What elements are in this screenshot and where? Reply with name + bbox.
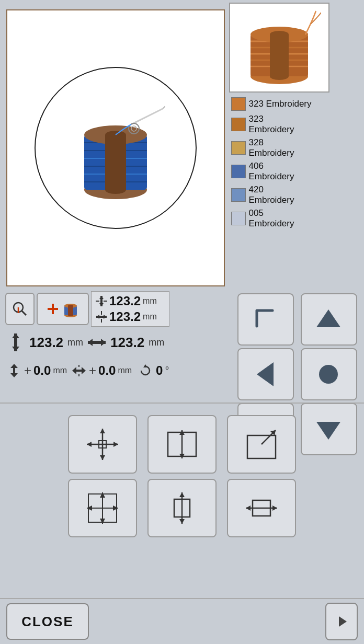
svg-marker-57 (101, 339, 106, 346)
y-pos-icon (6, 333, 25, 352)
thread-item-3[interactable]: 328Embroidery (229, 136, 364, 159)
pos-vcenter-button[interactable] (147, 479, 217, 537)
svg-marker-56 (88, 339, 93, 346)
thread-item-5[interactable]: 420Embroidery (229, 183, 364, 206)
svg-marker-71 (87, 442, 92, 447)
svg-marker-48 (96, 315, 99, 319)
thread-label-1: 323 Embroidery (249, 99, 312, 109)
svg-rect-11 (105, 135, 126, 190)
svg-rect-78 (247, 435, 276, 458)
thread-label-4: 406Embroidery (249, 161, 294, 181)
thread-item-4[interactable]: 406Embroidery (229, 159, 364, 183)
svg-marker-70 (100, 455, 105, 460)
svg-line-32 (21, 310, 26, 315)
nav-center-button[interactable] (301, 348, 357, 400)
svg-marker-96 (339, 616, 347, 627)
thread-label-6: 005Embroidery (249, 208, 294, 228)
svg-marker-27 (316, 309, 340, 327)
y-pos-unit: mm (67, 337, 83, 348)
svg-marker-53 (12, 334, 19, 338)
width-unit: mm (143, 312, 157, 321)
rotation-icon (137, 362, 154, 379)
zoom-button[interactable] (5, 293, 35, 325)
svg-marker-43 (99, 296, 104, 299)
height-value: 123.2 (109, 294, 141, 308)
pos-top-right-button[interactable] (227, 415, 296, 474)
svg-point-26 (270, 73, 289, 80)
svg-rect-51 (101, 319, 102, 323)
thread-item-1[interactable]: 323 Embroidery (229, 96, 364, 112)
thread-item-2[interactable]: 323Embroidery (229, 112, 364, 136)
svg-marker-91 (179, 519, 185, 524)
svg-marker-66 (143, 364, 147, 367)
thread-label-5: 420Embroidery (249, 185, 294, 205)
spool-image (66, 93, 165, 203)
x-pos-icon (87, 333, 106, 352)
thread-swatch-5 (231, 188, 246, 202)
svg-line-12 (131, 109, 163, 124)
pos-expand-button[interactable] (68, 479, 137, 537)
svg-rect-25 (270, 34, 289, 76)
svg-marker-69 (100, 429, 105, 433)
svg-rect-35 (48, 308, 58, 310)
position-buttons-area (0, 407, 364, 543)
svg-marker-95 (272, 505, 277, 511)
svg-marker-28 (257, 362, 274, 386)
x-pos-value: 123.2 (110, 335, 144, 351)
rotation-value: 0 (156, 363, 163, 378)
svg-marker-49 (104, 315, 107, 319)
pos-center-h-button[interactable] (147, 415, 217, 474)
svg-marker-83 (100, 492, 105, 498)
svg-marker-72 (113, 442, 118, 447)
svg-rect-40 (68, 306, 73, 315)
tools-row: 123.2 mm 123.2 mm (0, 290, 234, 328)
rotation-unit: ° (165, 365, 169, 377)
bottom-right-button[interactable] (325, 603, 358, 640)
svg-marker-44 (99, 303, 104, 306)
v-offset-value: 0.0 (33, 363, 51, 378)
svg-marker-58 (10, 364, 18, 368)
close-button[interactable]: CLOSE (6, 603, 89, 640)
y-pos-value: 123.2 (29, 335, 63, 351)
thread-item-6[interactable]: 005Embroidery (229, 206, 364, 230)
x-pos-unit: mm (149, 337, 164, 348)
nav-up-button[interactable] (301, 293, 357, 346)
svg-point-41 (68, 314, 73, 316)
plus-group-button[interactable] (37, 293, 89, 325)
svg-rect-50 (101, 311, 102, 315)
svg-marker-54 (12, 347, 19, 351)
svg-marker-61 (72, 367, 76, 374)
h-offset-value: 0.0 (98, 363, 116, 378)
thread-swatch-4 (231, 165, 246, 178)
pos-row-1 (68, 415, 296, 474)
height-unit: mm (143, 296, 157, 306)
thread-swatch-2 (231, 118, 246, 131)
svg-marker-62 (82, 367, 86, 374)
svg-marker-90 (179, 492, 185, 497)
main-divider (0, 402, 364, 404)
svg-rect-60 (13, 368, 15, 373)
position-row: 123.2 mm 123.2 mm (0, 328, 234, 357)
svg-rect-46 (104, 301, 107, 302)
plus-label-v: + (24, 363, 31, 378)
pos-center-all-button[interactable] (68, 415, 137, 474)
svg-marker-84 (100, 519, 105, 524)
thread-swatch-1 (231, 97, 246, 111)
thread-list: 323 Embroidery 323Embroidery 328Embroide… (229, 96, 364, 230)
svg-marker-86 (113, 505, 118, 511)
h-offset-unit: mm (118, 366, 132, 375)
svg-marker-59 (10, 373, 18, 377)
pos-hstretch-button[interactable] (227, 479, 296, 537)
dimension-display: 123.2 mm 123.2 mm (91, 291, 169, 327)
svg-point-29 (319, 365, 338, 384)
nav-topleft-button[interactable] (237, 293, 294, 346)
plus-label-h: + (89, 363, 96, 378)
svg-rect-45 (96, 301, 99, 302)
thread-swatch-6 (231, 212, 246, 225)
svg-marker-94 (246, 505, 251, 511)
v-offset-unit: mm (53, 366, 67, 375)
thread-label-3: 328Embroidery (249, 137, 294, 158)
nav-left-button[interactable] (237, 348, 294, 400)
v-offset-icon (6, 363, 22, 378)
preview-circle (35, 67, 197, 229)
